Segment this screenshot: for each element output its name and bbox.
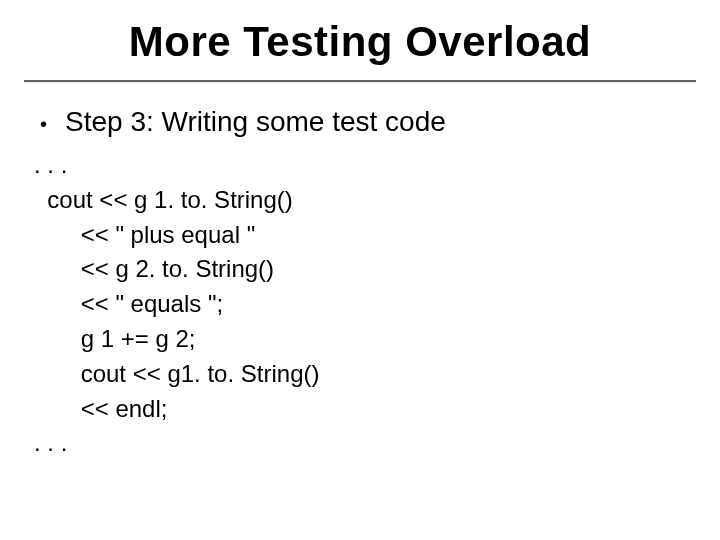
slide-title: More Testing Overload <box>0 0 720 80</box>
bullet-text: Step 3: Writing some test code <box>65 106 446 138</box>
bullet-dot-icon: • <box>40 106 47 138</box>
code-block: . . . cout << g 1. to. String() << " plu… <box>34 148 680 461</box>
bullet-item: • Step 3: Writing some test code <box>40 106 680 138</box>
slide-body: • Step 3: Writing some test code . . . c… <box>0 82 720 461</box>
